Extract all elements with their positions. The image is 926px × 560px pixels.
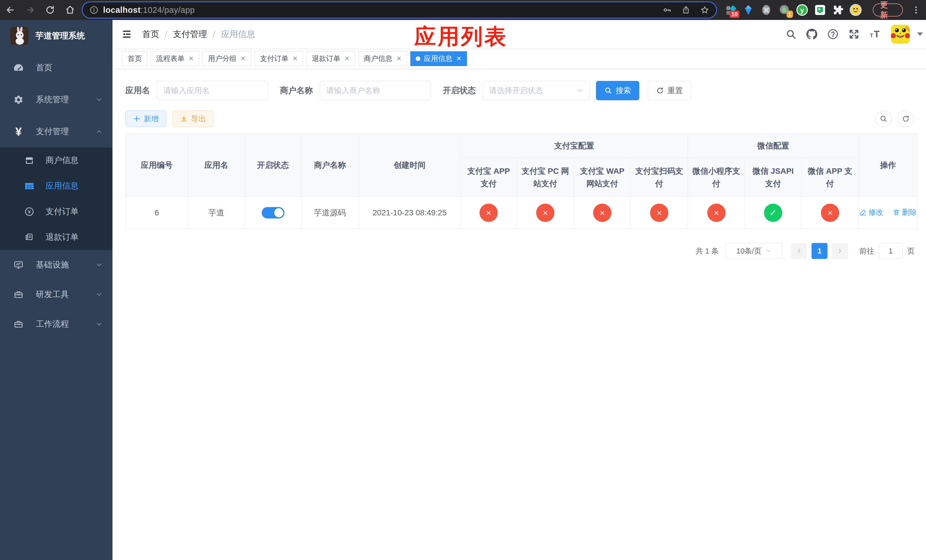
svg-text:T: T	[870, 32, 873, 38]
top-navbar: 首页 / 支付管理 / 应用信息 应用列表 TT	[112, 20, 926, 48]
extensions-row: 10 ⌘ 1 y 更新	[724, 3, 926, 17]
tag-pay-orders[interactable]: 支付订单✕	[254, 51, 303, 66]
tag-refund-orders[interactable]: 退款订单✕	[306, 51, 355, 66]
close-icon[interactable]: ✕	[292, 55, 298, 62]
sidebar-item-dev-tools[interactable]: 研发工具	[0, 280, 112, 309]
col-wechat-jsapi: 微信 JSAPI 支付	[745, 158, 802, 197]
page-size-select[interactable]: 10条/页	[726, 243, 782, 259]
tag-app-info[interactable]: 应用信息✕	[410, 51, 467, 66]
help-icon[interactable]	[827, 29, 838, 40]
tag-process-form[interactable]: 流程表单✕	[151, 51, 199, 66]
wechat-app-status: ×	[821, 204, 839, 222]
sidebar-item-merchant-info[interactable]: 商户信息	[0, 148, 112, 173]
prev-page-button[interactable]	[791, 243, 807, 259]
delete-link[interactable]: 删除	[893, 207, 917, 217]
refresh-button[interactable]	[897, 110, 914, 127]
col-alipay-pc: 支付宝 PC 网站支付	[517, 158, 574, 197]
app-logo	[10, 27, 29, 45]
breadcrumb-payment: 支付管理	[173, 29, 207, 40]
main-area: 首页 / 支付管理 / 应用信息 应用列表 TT 首页 流程表单✕ 用户分组✕ …	[112, 20, 926, 560]
status-label: 开启状态	[443, 85, 476, 96]
page-number-button[interactable]: 1	[811, 243, 828, 259]
tag-home[interactable]: 首页	[122, 51, 147, 66]
extension-grid-icon[interactable]: 10	[724, 3, 737, 17]
reset-button[interactable]: 重置	[648, 81, 691, 100]
bookmark-star-icon[interactable]	[700, 5, 709, 15]
browser-reload-icon[interactable]	[44, 4, 56, 16]
sidebar-item-app-info[interactable]: 应用信息	[0, 173, 112, 199]
close-icon[interactable]: ✕	[396, 55, 401, 62]
add-button[interactable]: 新增	[125, 110, 166, 127]
sidebar-item-payment[interactable]: ¥ 支付管理	[0, 116, 112, 148]
close-icon[interactable]: ✕	[344, 55, 350, 62]
header-search-icon[interactable]	[785, 29, 796, 39]
share-icon[interactable]	[681, 5, 690, 15]
next-page-button[interactable]	[832, 243, 848, 259]
profile-emoji-icon[interactable]	[849, 3, 862, 17]
goto-unit: 页	[907, 246, 915, 256]
sidebar-item-workflow[interactable]: 工作流程	[0, 309, 112, 339]
tag-user-group[interactable]: 用户分组✕	[203, 51, 251, 66]
sidebar-item-home[interactable]: 首页	[0, 52, 112, 84]
browser-menu-icon[interactable]	[911, 5, 921, 15]
sidebar-item-system[interactable]: 系统管理	[0, 84, 112, 116]
close-icon[interactable]: ✕	[240, 55, 245, 62]
sidebar: 芋道管理系统 首页 系统管理 ¥ 支付管理 商户信息	[0, 20, 112, 560]
font-size-icon[interactable]: TT	[869, 28, 881, 40]
github-icon[interactable]	[806, 29, 817, 40]
app-name-input[interactable]	[157, 81, 268, 100]
url-text[interactable]: localhost:1024/pay/app	[103, 5, 653, 15]
avatar-caret-icon[interactable]	[917, 32, 923, 36]
goto-page-input[interactable]	[879, 243, 903, 259]
extension-gem-icon[interactable]	[742, 3, 755, 17]
search-button[interactable]: 搜索	[596, 81, 639, 100]
sidebar-item-pay-orders[interactable]: ¥ 支付订单	[0, 199, 112, 224]
password-key-icon[interactable]	[663, 5, 672, 15]
browser-forward-icon[interactable]	[24, 4, 36, 16]
address-bar[interactable]: localhost:1024/pay/app	[83, 2, 716, 18]
status-toggle[interactable]	[262, 207, 284, 218]
merchant-name-input[interactable]	[320, 81, 431, 100]
sidebar-logo-row[interactable]: 芋道管理系统	[0, 20, 112, 52]
status-select[interactable]: 请选择开启状态	[483, 81, 590, 100]
fullscreen-icon[interactable]	[848, 29, 859, 40]
table-tools	[875, 110, 917, 127]
table-toolbar: 新增 导出	[125, 110, 917, 127]
sidebar-collapse-icon[interactable]	[121, 29, 132, 40]
extension-docs-icon[interactable]	[814, 3, 827, 17]
extension-yuque-icon[interactable]: y	[796, 3, 809, 17]
col-created: 创建时间	[359, 133, 461, 197]
breadcrumb-home[interactable]: 首页	[142, 29, 159, 40]
sidebar-menu: 首页 系统管理 ¥ 支付管理 商户信息 应用信息	[0, 52, 112, 339]
goto-page: 前往 页	[859, 243, 915, 259]
close-icon[interactable]: ✕	[189, 55, 194, 62]
browser-home-icon[interactable]	[64, 4, 76, 16]
tag-merchant-info[interactable]: 商户信息✕	[359, 51, 407, 66]
goto-label: 前往	[859, 246, 874, 256]
extension-command-icon[interactable]: ⌘	[760, 3, 773, 17]
site-info-icon[interactable]	[89, 5, 98, 15]
extensions-puzzle-icon[interactable]	[831, 3, 844, 17]
sidebar-item-infrastructure[interactable]: 基础设施	[0, 250, 112, 280]
browser-toolbar: localhost:1024/pay/app 10 ⌘ 1 y 更新	[0, 0, 926, 20]
wechat-jsapi-status: ✓	[764, 204, 782, 222]
svg-text:¥: ¥	[27, 209, 31, 215]
gear-icon	[12, 95, 25, 105]
export-button[interactable]: 导出	[172, 110, 213, 127]
close-icon[interactable]: ✕	[456, 55, 461, 62]
apps-table: 应用编号 应用名 开启状态 商户名称 创建时间 支付宝配置 微信配置 操作 支付…	[125, 133, 917, 229]
extension-loom-icon[interactable]: 1	[778, 3, 791, 17]
chrome-update-button[interactable]: 更新	[873, 3, 903, 17]
chevron-down-icon	[95, 96, 103, 103]
chevron-down-icon	[95, 321, 103, 328]
toggle-search-button[interactable]	[875, 110, 892, 127]
browser-back-icon[interactable]	[4, 4, 17, 16]
chevron-down-icon	[95, 291, 103, 298]
sidebar-item-refund-orders[interactable]: 退款订单	[0, 224, 112, 250]
navbar-actions: TT	[785, 25, 926, 44]
svg-text:y: y	[800, 6, 804, 14]
edit-link[interactable]: 修改	[859, 207, 883, 217]
col-app-name: 应用名	[188, 133, 245, 197]
user-avatar[interactable]	[891, 25, 910, 44]
alipay-app-status: ×	[480, 204, 498, 222]
